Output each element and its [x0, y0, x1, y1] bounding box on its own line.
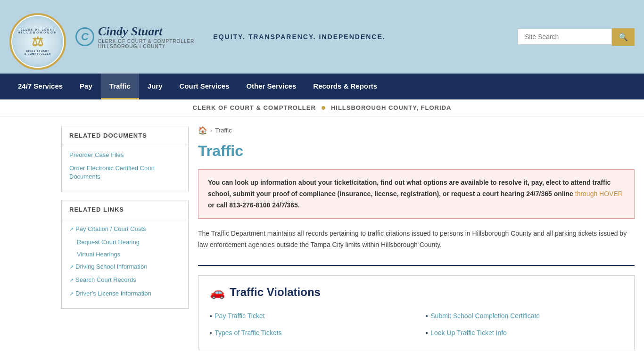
section-divider: [198, 265, 635, 266]
main-container: RELATED DOCUMENTS Preorder Case Files Or…: [0, 116, 644, 359]
doc-link-electronic[interactable]: Order Electronic Certified Court Documen…: [69, 164, 181, 181]
search-input[interactable]: [518, 29, 612, 45]
site-logo: CLERK OF COURT HILLSBOROUGH ⚖ CINDY STUA…: [9, 13, 66, 70]
page-content: 🏠 › Traffic Traffic You can look up info…: [198, 126, 635, 349]
search-area: 🔍: [518, 28, 635, 46]
breadcrumb: 🏠 › Traffic: [198, 126, 635, 135]
link-virtual-hearings[interactable]: Virtual Hearings: [77, 250, 181, 259]
alert-link-hover[interactable]: through HOVER: [575, 190, 623, 197]
nav-item-records-reports[interactable]: Records & Reports: [305, 74, 386, 99]
alert-text-suffix: or call 813-276-8100 24/7/365.: [208, 201, 300, 209]
subheader-left: CLERK OF COURT & COMPTROLLER: [193, 104, 316, 111]
related-links-title: RELATED LINKS: [62, 200, 188, 219]
breadcrumb-current: Traffic: [215, 127, 231, 134]
section-title-text: Traffic Violations: [230, 286, 321, 299]
nav-item-pay[interactable]: Pay: [71, 74, 101, 99]
link-court-hearing[interactable]: Request Court Hearing: [77, 238, 181, 247]
tagline: EQUITY. TRANSPARENCY. INDEPENDENCE.: [213, 33, 385, 41]
related-docs-title: RELATED DOCUMENTS: [62, 126, 188, 145]
main-nav: 24/7 Services Pay Traffic Jury Court Ser…: [0, 74, 644, 99]
brand-logo: C Cindy Stuart Clerk of Court & Comptrol…: [75, 25, 194, 49]
page-description: The Traffic Department maintains all rec…: [198, 228, 635, 251]
related-docs-box: RELATED DOCUMENTS Preorder Case Files Or…: [61, 126, 189, 192]
sidebar: RELATED DOCUMENTS Preorder Case Files Or…: [61, 126, 189, 349]
subheader-right: HILLSBOROUGH COUNTY, FLORIDA: [331, 104, 452, 111]
traffic-violations-section: 🚗 Traffic Violations Pay Traffic Ticket …: [198, 275, 635, 349]
nav-item-247[interactable]: 24/7 Services: [9, 74, 71, 99]
car-icon: 🚗: [210, 285, 225, 300]
c-icon: C: [75, 27, 94, 46]
search-button[interactable]: 🔍: [612, 28, 635, 46]
nav-item-court-services[interactable]: Court Services: [171, 74, 238, 99]
violation-types[interactable]: Types of Traffic Tickets: [210, 326, 407, 339]
related-docs-links: Preorder Case Files Order Electronic Cer…: [62, 145, 188, 192]
link-pay-citation[interactable]: Pay Citation / Court Costs: [69, 225, 181, 233]
doc-link-preorder[interactable]: Preorder Case Files: [69, 151, 181, 159]
violation-lookup[interactable]: Look Up Traffic Ticket Info: [426, 326, 623, 339]
nav-item-traffic[interactable]: Traffic: [101, 74, 139, 99]
nav-item-jury[interactable]: Jury: [139, 74, 171, 99]
brand-name: Cindy Stuart: [98, 25, 194, 39]
link-search-records[interactable]: Search Court Records: [69, 276, 181, 284]
brand-subtitle: Clerk of Court & Comptroller: [98, 39, 194, 44]
link-drivers-license[interactable]: Driver's License Information: [69, 289, 181, 298]
alert-box: You can look up information about your t…: [198, 169, 635, 219]
breadcrumb-home-icon[interactable]: 🏠: [198, 126, 207, 135]
subheader-dot: [322, 106, 325, 110]
header-top: CLERK OF COURT HILLSBOROUGH ⚖ CINDY STUA…: [0, 0, 644, 74]
nav-item-other-services[interactable]: Other Services: [238, 74, 305, 99]
breadcrumb-separator: ›: [210, 127, 212, 134]
section-title: 🚗 Traffic Violations: [210, 285, 623, 300]
violation-school-cert[interactable]: Submit School Completion Certificate: [426, 309, 623, 322]
brand-subtitle2: HILLSBOROUGH COUNTY: [98, 44, 194, 49]
subheader: CLERK OF COURT & COMPTROLLER HILLSBOROUG…: [0, 99, 644, 116]
page-title: Traffic: [198, 142, 635, 160]
violation-pay-ticket[interactable]: Pay Traffic Ticket: [210, 309, 407, 322]
alert-text-bold: You can look up information about your t…: [208, 179, 611, 197]
related-links-list: Pay Citation / Court Costs Request Court…: [62, 219, 188, 308]
link-driving-school[interactable]: Driving School Information: [69, 263, 181, 271]
logo-figure: ⚖: [32, 34, 44, 49]
violations-grid: Pay Traffic Ticket Submit School Complet…: [210, 309, 623, 339]
related-links-box: RELATED LINKS Pay Citation / Court Costs…: [61, 200, 189, 309]
